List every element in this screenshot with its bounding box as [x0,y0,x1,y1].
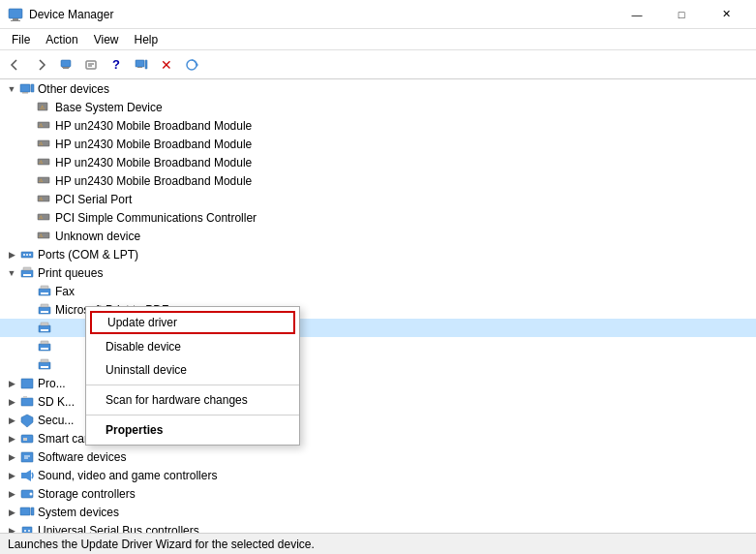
svg-rect-10 [137,67,142,68]
svg-rect-67 [31,508,34,515]
base-system-label: Base System Device [55,101,163,114]
storage-icon [19,486,35,502]
svg-marker-13 [197,63,198,67]
unknown-icon: ⚠ [37,229,52,244]
context-menu: Update driver Disable device Uninstall d… [85,306,300,446]
tree-item-usb[interactable]: ▶ Universal Serial Bus controllers [0,521,756,533]
fax-icon [37,284,52,299]
tree-item-unknown[interactable]: ⚠ Unknown device [0,227,756,245]
svg-rect-2 [11,20,20,21]
hp2-label: HP un2430 Mobile Broadband Module [55,138,252,151]
toolbar-forward[interactable] [29,53,52,77]
tree-item-base-system[interactable]: ⚠ Base System Device [0,98,756,116]
close-button[interactable]: ✕ [704,0,748,29]
menu-file[interactable]: File [4,31,38,48]
print-queues-icon [19,265,35,281]
sound-label: Sound, video and game controllers [38,469,217,482]
tree-item-hp4[interactable]: ⚠ HP un2430 Mobile Broadband Module [0,171,756,190]
svg-point-65 [30,492,33,495]
svg-rect-68 [22,527,32,534]
svg-rect-14 [20,84,30,92]
software-label: Software devices [38,450,126,464]
pro-label: Pro... [38,377,66,390]
svg-rect-38 [23,267,31,270]
tree-item-ports[interactable]: ▶ Ports (COM & LPT) [0,245,756,263]
svg-rect-44 [41,304,48,307]
svg-rect-16 [31,84,34,92]
hp4-label: HP un2430 Mobile Broadband Module [55,174,252,188]
title-bar: Device Manager — □ ✕ [0,0,756,29]
printer1-label [55,322,58,335]
sdk-icon [19,394,35,410]
toolbar-scan[interactable] [180,53,203,77]
ctx-uninstall-device[interactable]: Uninstall device [86,358,299,382]
window-controls: — □ ✕ [615,0,748,29]
svg-rect-47 [41,323,48,325]
svg-rect-9 [136,60,144,67]
tree-item-software[interactable]: ▶ Software devices [0,447,756,466]
tree-item-hp3[interactable]: ⚠ HP un2430 Mobile Broadband Module [0,153,756,171]
base-system-icon: ⚠ [37,100,52,115]
pro-icon [19,376,35,391]
tree-item-hp2[interactable]: ⚠ HP un2430 Mobile Broadband Module [0,135,756,153]
toolbar-remove[interactable]: ✕ [155,53,178,77]
toolbar-monitor[interactable] [130,53,153,77]
pci-serial-icon: ⚠ [37,192,52,207]
smart-card-icon [19,431,35,446]
pci-simple-label: PCI Simple Communications Controller [55,211,257,225]
maximize-button[interactable]: □ [659,0,704,29]
svg-rect-39 [23,274,31,276]
svg-rect-11 [145,60,147,69]
ctx-disable-device[interactable]: Disable device [86,335,299,358]
window-title: Device Manager [29,8,615,21]
svg-rect-51 [41,348,48,350]
minimize-button[interactable]: — [615,0,659,29]
unknown-label: Unknown device [55,230,140,243]
tree-item-other-devices[interactable]: ▼ Other devices [0,79,756,98]
toolbar: ? ✕ [0,50,756,79]
ctx-scan-hardware[interactable]: Scan for hardware changes [86,388,299,412]
status-bar: Launches the Update Driver Wizard for th… [0,533,756,554]
other-devices-label: Other devices [38,82,109,96]
svg-rect-15 [22,92,28,94]
security-label: Secu... [38,414,74,427]
svg-rect-6 [86,61,96,69]
toolbar-up[interactable] [54,53,77,77]
other-devices-icon [19,81,35,97]
tree-item-print-queues[interactable]: ▼ Print queues [0,263,756,282]
printer3-label [55,358,58,372]
menu-view[interactable]: View [86,31,127,48]
ctx-separator-1 [86,385,299,385]
toolbar-properties[interactable] [79,53,103,77]
printer3-icon [37,357,52,373]
ctx-update-driver[interactable]: Update driver [90,311,295,334]
tree-item-sound[interactable]: ▶ Sound, video and game controllers [0,466,756,484]
main-area: ▼ Other devices ⚠ Base System Device [0,79,756,533]
tree-item-pci-serial[interactable]: ⚠ PCI Serial Port [0,190,756,208]
toolbar-back[interactable] [4,53,27,77]
svg-rect-4 [62,67,70,68]
svg-rect-3 [61,60,71,67]
svg-rect-53 [41,359,48,362]
device-tree[interactable]: ▼ Other devices ⚠ Base System Device [0,79,756,533]
svg-rect-66 [20,508,30,515]
svg-rect-55 [21,379,33,388]
software-icon [19,449,35,465]
svg-rect-41 [41,286,48,289]
svg-point-70 [28,530,30,532]
toolbar-help[interactable]: ? [105,53,128,77]
menu-help[interactable]: Help [127,31,166,48]
ctx-properties[interactable]: Properties [86,418,299,442]
tree-item-fax[interactable]: Fax [0,282,756,300]
menu-action[interactable]: Action [38,31,85,48]
svg-rect-60 [21,452,33,462]
tree-item-system[interactable]: ▶ System devices [0,503,756,521]
svg-rect-63 [21,473,26,478]
printer2-label [55,340,58,354]
printer1-icon [37,321,52,336]
svg-rect-5 [63,68,69,69]
expand-icon[interactable]: ▼ [4,81,19,97]
tree-item-storage[interactable]: ▶ Storage controllers [0,484,756,503]
tree-item-pci-simple[interactable]: ⚠ PCI Simple Communications Controller [0,208,756,227]
tree-item-hp1[interactable]: ⚠ HP un2430 Mobile Broadband Module [0,116,756,135]
